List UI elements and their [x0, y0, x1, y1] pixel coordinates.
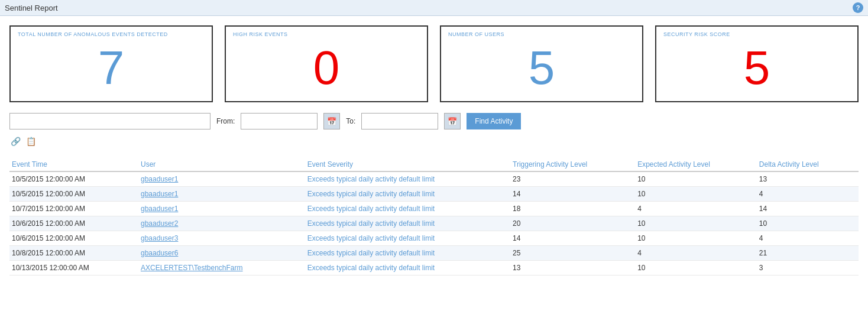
activity-table: Event TimeUserEvent SeverityTriggering A… [9, 157, 859, 276]
event-severity: Exceeds typical daily activity default l… [305, 231, 510, 246]
user-link[interactable]: gbaaduser1 [141, 205, 178, 213]
metric-label-high-risk-events: HIGH RISK EVENTS [233, 31, 288, 37]
delta-level: 10 [757, 216, 859, 231]
search-input[interactable] [9, 113, 210, 129]
col-header-3: Triggering Activity Level [510, 157, 635, 171]
user[interactable]: gbaaduser1 [138, 202, 305, 216]
col-header-1: User [138, 157, 305, 171]
triggering-level: 23 [510, 171, 635, 187]
event-time: 10/6/2015 12:00:00 AM [9, 231, 138, 246]
user-link[interactable]: gbaaduser2 [141, 219, 178, 228]
metric-value-high-risk-events: 0 [233, 44, 420, 92]
user-link[interactable]: gbaaduser1 [141, 190, 178, 198]
event-time: 10/5/2015 12:00:00 AM [9, 171, 138, 187]
expected-level: 4 [635, 202, 757, 216]
table-row: 10/13/2015 12:00:00 AMAXCELERTEST\Testbe… [9, 261, 859, 276]
user-link[interactable]: gbaaduser6 [141, 249, 178, 257]
delta-level: 3 [757, 261, 859, 276]
metric-value-anomalous-events: 7 [18, 44, 205, 92]
event-time: 10/5/2015 12:00:00 AM [9, 187, 138, 202]
icons-row: 🔗 📋 [0, 133, 868, 152]
event-time: 10/6/2015 12:00:00 AM [9, 216, 138, 231]
delta-level: 4 [757, 231, 859, 246]
from-date-input[interactable] [241, 113, 318, 129]
event-time: 10/13/2015 12:00:00 AM [9, 261, 138, 276]
metric-value-security-risk-score: 5 [663, 44, 850, 92]
to-calendar-button[interactable]: 📅 [444, 113, 461, 129]
metric-card-security-risk-score: SECURITY RISK SCORE 5 [655, 25, 859, 102]
metric-label-security-risk-score: SECURITY RISK SCORE [663, 31, 730, 37]
table-row: 10/7/2015 12:00:00 AMgbaaduser1Exceeds t… [9, 202, 859, 216]
delta-level: 14 [757, 202, 859, 216]
user[interactable]: gbaaduser3 [138, 231, 305, 246]
from-label: From: [216, 117, 235, 125]
event-severity: Exceeds typical daily activity default l… [305, 187, 510, 202]
table-row: 10/8/2015 12:00:00 AMgbaaduser6Exceeds t… [9, 246, 859, 261]
user-link[interactable]: AXCELERTEST\TestbenchFarm [141, 264, 243, 272]
user[interactable]: gbaaduser1 [138, 187, 305, 202]
link-icon[interactable]: 🔗 [9, 135, 21, 147]
expected-level: 4 [635, 246, 757, 261]
user-link[interactable]: gbaaduser3 [141, 234, 178, 242]
table-body: 10/5/2015 12:00:00 AMgbaaduser1Exceeds t… [9, 171, 859, 276]
metric-card-high-risk-events: HIGH RISK EVENTS 0 [225, 25, 428, 102]
metric-card-anomalous-events: TOTAL NUMBER OF ANOMALOUS EVENTS DETECTE… [9, 25, 213, 102]
triggering-level: 25 [510, 246, 635, 261]
to-date-input[interactable] [361, 113, 438, 129]
col-header-0: Event Time [9, 157, 138, 171]
col-header-5: Delta Activity Level [757, 157, 859, 171]
title-bar: Sentinel Report ? [0, 0, 868, 16]
triggering-level: 20 [510, 216, 635, 231]
metric-value-number-of-users: 5 [448, 44, 635, 92]
expected-level: 10 [635, 261, 757, 276]
event-severity: Exceeds typical daily activity default l… [305, 171, 510, 187]
metrics-row: TOTAL NUMBER OF ANOMALOUS EVENTS DETECTE… [0, 16, 868, 107]
app-title: Sentinel Report [5, 4, 58, 12]
expected-level: 10 [635, 231, 757, 246]
expected-level: 10 [635, 216, 757, 231]
metric-label-anomalous-events: TOTAL NUMBER OF ANOMALOUS EVENTS DETECTE… [18, 31, 168, 37]
triggering-level: 18 [510, 202, 635, 216]
event-time: 10/8/2015 12:00:00 AM [9, 246, 138, 261]
expected-level: 10 [635, 171, 757, 187]
table-row: 10/6/2015 12:00:00 AMgbaaduser2Exceeds t… [9, 216, 859, 231]
filter-row: From: 📅 To: 📅 Find Activity [0, 107, 868, 133]
expected-level: 10 [635, 187, 757, 202]
col-header-4: Expected Activity Level [635, 157, 757, 171]
user[interactable]: gbaaduser1 [138, 171, 305, 187]
table-header-row: Event TimeUserEvent SeverityTriggering A… [9, 157, 859, 171]
report-icon[interactable]: 📋 [25, 135, 37, 147]
metric-card-number-of-users: NUMBER OF USERS 5 [440, 25, 643, 102]
triggering-level: 13 [510, 261, 635, 276]
col-header-2: Event Severity [305, 157, 510, 171]
event-severity: Exceeds typical daily activity default l… [305, 246, 510, 261]
from-calendar-button[interactable]: 📅 [323, 113, 340, 129]
triggering-level: 14 [510, 231, 635, 246]
event-severity: Exceeds typical daily activity default l… [305, 261, 510, 276]
event-severity: Exceeds typical daily activity default l… [305, 202, 510, 216]
table-container: Event TimeUserEvent SeverityTriggering A… [0, 152, 868, 276]
delta-level: 13 [757, 171, 859, 187]
to-label: To: [346, 117, 355, 125]
find-activity-button[interactable]: Find Activity [467, 113, 521, 129]
event-time: 10/7/2015 12:00:00 AM [9, 202, 138, 216]
metric-label-number-of-users: NUMBER OF USERS [448, 31, 504, 37]
table-row: 10/5/2015 12:00:00 AMgbaaduser1Exceeds t… [9, 171, 859, 187]
user[interactable]: AXCELERTEST\TestbenchFarm [138, 261, 305, 276]
user[interactable]: gbaaduser6 [138, 246, 305, 261]
table-row: 10/6/2015 12:00:00 AMgbaaduser3Exceeds t… [9, 231, 859, 246]
user-link[interactable]: gbaaduser1 [141, 175, 178, 183]
help-icon[interactable]: ? [853, 2, 863, 13]
user[interactable]: gbaaduser2 [138, 216, 305, 231]
event-severity: Exceeds typical daily activity default l… [305, 216, 510, 231]
delta-level: 4 [757, 187, 859, 202]
table-row: 10/5/2015 12:00:00 AMgbaaduser1Exceeds t… [9, 187, 859, 202]
delta-level: 21 [757, 246, 859, 261]
triggering-level: 14 [510, 187, 635, 202]
